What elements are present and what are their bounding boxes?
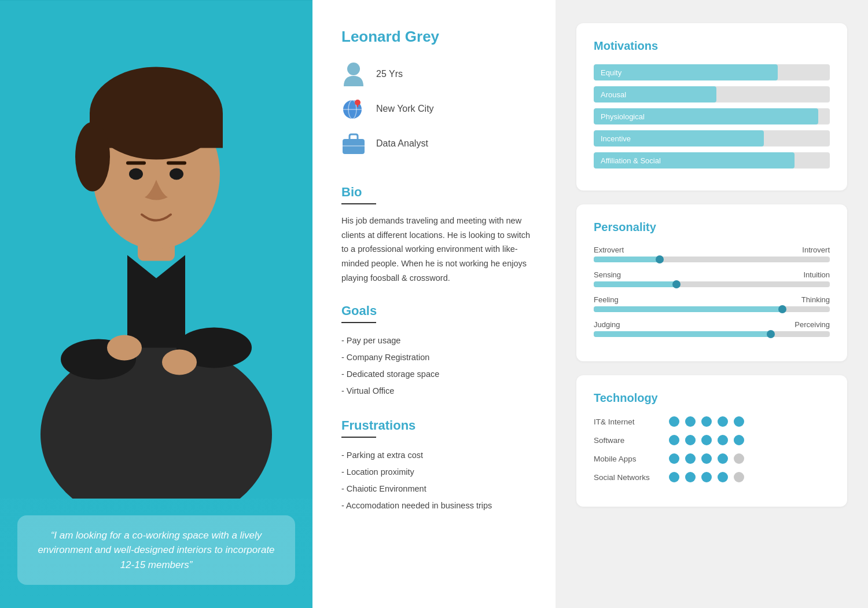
svg-rect-5 xyxy=(90,113,223,148)
tech-dot xyxy=(718,435,728,445)
personality-row: Extrovert Introvert xyxy=(594,246,830,262)
svg-rect-10 xyxy=(167,162,186,165)
frustrations-list: Parking at extra costLocation proximityC… xyxy=(341,447,532,514)
personality-list: Extrovert Introvert Sensing Intuition Fe… xyxy=(594,246,830,337)
tech-dot xyxy=(718,472,728,482)
job-row: Data Analyst xyxy=(341,131,532,156)
svg-point-8 xyxy=(170,169,183,180)
location-text: New York City xyxy=(376,104,434,114)
motivation-item: Affiliation & Social xyxy=(594,152,830,169)
frustration-item: Chaiotic Environment xyxy=(341,481,532,497)
briefcase-icon xyxy=(341,133,366,154)
personality-card: Personality Extrovert Introvert Sensing … xyxy=(576,204,847,361)
personality-left: Judging xyxy=(594,320,620,329)
person-icon xyxy=(343,62,365,86)
personality-row: Judging Perceiving xyxy=(594,320,830,337)
frustrations-divider xyxy=(341,437,376,438)
tech-row: Social Networks xyxy=(594,472,830,482)
bio-text: His job demands traveling and meeting wi… xyxy=(341,214,532,285)
motivations-list: Equity Arousal Physiological Incentive A… xyxy=(594,64,830,169)
persona-name: Leonard Grey xyxy=(341,28,532,46)
technology-list: IT& Internet Software Mobile Apps Social… xyxy=(594,416,830,482)
svg-rect-9 xyxy=(126,162,146,165)
quote-text: “I am looking for a co-working space wit… xyxy=(38,530,274,570)
right-panel: Motivations Equity Arousal Physiological… xyxy=(556,0,868,608)
tech-dot xyxy=(734,416,744,427)
personality-right: Introvert xyxy=(802,246,830,254)
tech-dot xyxy=(701,453,712,464)
tech-dot xyxy=(685,435,696,445)
left-panel: “I am looking for a co-working space wit… xyxy=(0,0,312,608)
tech-dots xyxy=(669,416,744,427)
tech-dot xyxy=(701,416,712,427)
goal-item: Virtual Office xyxy=(341,383,532,400)
svg-point-6 xyxy=(75,122,110,192)
goal-item: Dedicated storage space xyxy=(341,366,532,383)
tech-dots xyxy=(669,472,744,482)
tech-row: Mobile Apps xyxy=(594,453,830,464)
tech-label: Social Networks xyxy=(594,473,669,482)
technology-title: Technology xyxy=(594,391,830,405)
location-row: New York City xyxy=(341,97,532,121)
age-icon-wrap xyxy=(341,62,366,86)
job-icon-wrap xyxy=(341,131,366,156)
tech-row: IT& Internet xyxy=(594,416,830,427)
goal-item: Pay per usage xyxy=(341,332,532,349)
svg-point-7 xyxy=(129,169,143,180)
persona-photo xyxy=(0,0,312,499)
frustration-item: Accomodation needed in business trips xyxy=(341,497,532,514)
location-icon-wrap xyxy=(341,97,366,121)
tech-dot xyxy=(685,472,696,482)
motivations-title: Motivations xyxy=(594,39,830,53)
personality-title: Personality xyxy=(594,221,830,234)
goal-item: Company Registration xyxy=(341,349,532,366)
tech-dot xyxy=(669,472,679,482)
job-text: Data Analyst xyxy=(376,138,428,149)
personality-track xyxy=(594,306,830,312)
tech-dot xyxy=(685,453,696,464)
age-row: 25 Yrs xyxy=(341,62,532,86)
goals-list: Pay per usageCompany RegistrationDedicat… xyxy=(341,332,532,400)
tech-label: Software xyxy=(594,436,669,445)
globe-icon xyxy=(341,97,366,121)
svg-point-15 xyxy=(347,63,360,75)
tech-dot xyxy=(669,435,679,445)
tech-label: IT& Internet xyxy=(594,417,669,426)
bio-divider xyxy=(341,203,376,204)
tech-dot xyxy=(669,416,679,427)
tech-dot xyxy=(685,416,696,427)
tech-dot xyxy=(734,435,744,445)
goals-title: Goals xyxy=(341,303,532,318)
motivation-item: Equity xyxy=(594,64,830,80)
tech-dots xyxy=(669,453,744,464)
technology-card: Technology IT& Internet Software Mobile … xyxy=(576,375,847,507)
motivation-item: Arousal xyxy=(594,86,830,102)
goals-divider xyxy=(341,322,376,323)
tech-dot xyxy=(669,453,679,464)
motivation-item: Incentive xyxy=(594,130,830,146)
motivation-item: Physiological xyxy=(594,108,830,124)
personality-left: Sensing xyxy=(594,270,621,279)
personality-right: Thinking xyxy=(801,295,830,304)
tech-label: Mobile Apps xyxy=(594,455,669,463)
tech-dot xyxy=(701,472,712,482)
personality-track xyxy=(594,331,830,337)
personality-left: Extrovert xyxy=(594,246,624,254)
personality-track xyxy=(594,281,830,287)
personality-left: Feeling xyxy=(594,295,619,304)
personality-row: Sensing Intuition xyxy=(594,270,830,287)
tech-dot xyxy=(718,453,728,464)
svg-point-13 xyxy=(162,350,197,375)
quote-box: “I am looking for a co-working space wit… xyxy=(17,515,295,585)
age-text: 25 Yrs xyxy=(376,69,403,79)
motivations-card: Motivations Equity Arousal Physiological… xyxy=(576,23,847,191)
tech-dots xyxy=(669,435,744,445)
personality-right: Perceiving xyxy=(795,320,830,329)
personality-right: Intuition xyxy=(803,270,830,279)
personality-track xyxy=(594,257,830,262)
middle-panel: Leonard Grey 25 Yrs New York City xyxy=(312,0,556,608)
bio-title: Bio xyxy=(341,185,532,200)
personality-row: Feeling Thinking xyxy=(594,295,830,312)
tech-dot xyxy=(701,435,712,445)
tech-row: Software xyxy=(594,435,830,445)
